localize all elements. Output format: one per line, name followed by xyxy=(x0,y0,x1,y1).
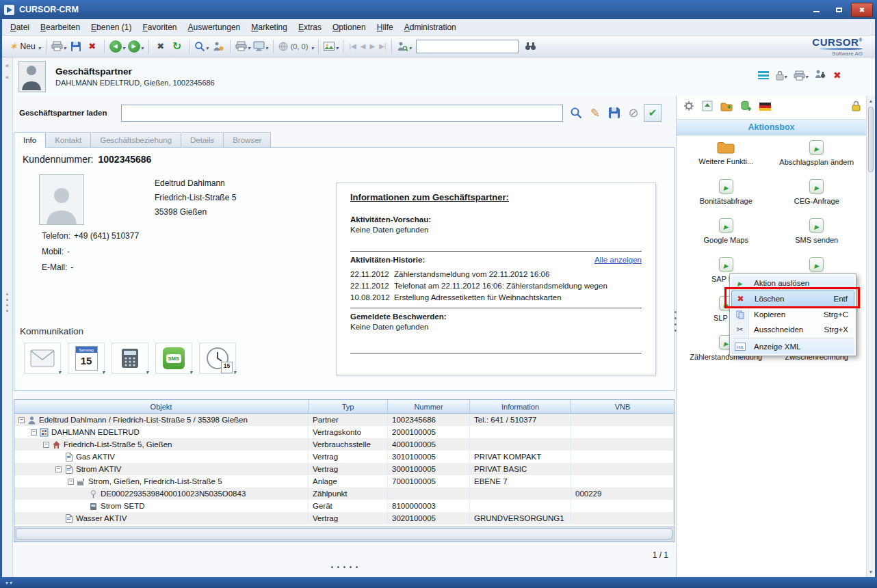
minimize-button[interactable] xyxy=(806,3,826,16)
menu-bearbeiten[interactable]: Bearbeiten xyxy=(40,23,80,32)
maximize-button[interactable] xyxy=(828,3,849,16)
horizontal-splitter-handle[interactable] xyxy=(13,566,676,568)
resize-grip-icon[interactable] xyxy=(5,580,14,586)
tree-expander[interactable] xyxy=(55,466,62,472)
person-settings-button[interactable] xyxy=(210,38,226,55)
lock-button[interactable] xyxy=(776,69,787,81)
menu-extras[interactable]: Extras xyxy=(298,23,322,32)
list-view-icon[interactable] xyxy=(758,71,769,79)
history-entry[interactable]: 22.11.2012Telefonat am 22.11.2012 16:06:… xyxy=(350,280,642,292)
menu-item-aktion-ausloesen[interactable]: Aktion auslösen xyxy=(731,276,854,291)
cancel-button[interactable] xyxy=(625,104,642,122)
column-objekt[interactable]: Objekt xyxy=(14,400,309,413)
menu-item-ausschneiden[interactable]: Ausschneiden Strg+X xyxy=(731,322,854,337)
loader-search-button[interactable] xyxy=(567,104,585,122)
menu-item-loeschen[interactable]: Löschen Entf xyxy=(731,291,854,307)
history-entry[interactable]: 10.08.2012Erstellung Adressetiketten für… xyxy=(350,292,642,304)
tree-expander[interactable] xyxy=(18,417,25,423)
collapse-left-icon-2[interactable] xyxy=(2,74,12,81)
tab-browser[interactable]: Browser xyxy=(224,132,271,148)
scroll-up-icon[interactable] xyxy=(867,96,875,105)
scrollbar-thumb[interactable] xyxy=(868,107,874,172)
tree-expander[interactable] xyxy=(31,429,37,436)
loader-input[interactable] xyxy=(121,105,563,122)
table-row[interactable]: Strom SETD Gerät8100000003 xyxy=(14,500,674,512)
tree-expander[interactable] xyxy=(43,442,49,448)
header-search-button[interactable] xyxy=(815,69,826,81)
settings-button[interactable] xyxy=(683,101,694,114)
tree-expander[interactable] xyxy=(68,479,74,485)
action-sms-senden[interactable]: SMS senden xyxy=(772,217,863,256)
action-ceg-anfrage[interactable]: CEG-Anfrage xyxy=(772,178,863,217)
discard-button[interactable] xyxy=(84,38,101,55)
back-button[interactable] xyxy=(108,38,127,55)
screen-view-button[interactable] xyxy=(252,38,270,55)
table-row[interactable]: DE00022935398400010023N5035O0843 Zählpun… xyxy=(14,487,674,500)
scroll-down-icon[interactable] xyxy=(867,567,875,576)
header-close-record-button[interactable] xyxy=(833,69,841,81)
print-button[interactable] xyxy=(50,38,68,55)
action-weitere-funktionen[interactable]: Weitere Funkti... xyxy=(681,139,772,178)
column-nummer[interactable]: Nummer xyxy=(388,400,470,413)
tab-kontakt[interactable]: Kontakt xyxy=(46,132,91,148)
show-all-link[interactable]: Alle anzeigen xyxy=(594,256,642,264)
sidebar-lock-button[interactable] xyxy=(852,101,861,114)
menu-hilfe[interactable]: Hilfe xyxy=(377,23,393,32)
menu-administration[interactable]: Administration xyxy=(404,23,456,32)
history-entry[interactable]: 22.11.2012Zählerstandsmeldung vom 22.11.… xyxy=(350,269,642,280)
sidebar-scrollbar[interactable] xyxy=(866,96,875,577)
loader-save-button[interactable] xyxy=(605,104,623,122)
menu-datei[interactable]: Datei xyxy=(10,23,29,32)
tab-details[interactable]: Details xyxy=(181,132,224,148)
print-list-button[interactable] xyxy=(234,38,252,55)
refresh-button[interactable] xyxy=(169,38,185,55)
menu-item-kopieren[interactable]: Kopieren Strg+C xyxy=(731,307,854,322)
quick-search-input[interactable] xyxy=(416,40,519,53)
action-abschlagsplan-aendern[interactable]: Abschlagsplan ändern xyxy=(772,139,863,178)
tab-geschaeftsbeziehung[interactable]: Geschäftsbeziehung xyxy=(91,132,181,148)
new-button[interactable]: Neu xyxy=(8,38,42,55)
scheduler-button[interactable]: 15 xyxy=(199,343,236,374)
delete-button[interactable] xyxy=(153,38,169,55)
confirm-button[interactable] xyxy=(644,104,662,122)
add-folder-button[interactable] xyxy=(720,101,733,114)
table-row[interactable]: Edeltrud Dahlmann / Friedrich-List-Straß… xyxy=(14,414,674,426)
table-row[interactable]: Strom, Gießen, Friedrich-List-Straße 5 A… xyxy=(14,475,674,487)
german-flag-button[interactable] xyxy=(759,101,771,113)
collapse-left-icon[interactable] xyxy=(2,62,12,69)
vertical-splitter-handle[interactable] xyxy=(675,311,677,332)
menu-auswertungen[interactable]: Auswertungen xyxy=(188,23,241,32)
sms-button[interactable]: SMS xyxy=(155,343,192,374)
table-row[interactable]: Strom AKTIV Vertrag3000100005PRIVAT BASI… xyxy=(14,463,674,475)
column-information[interactable]: Information xyxy=(470,400,571,413)
find-button[interactable] xyxy=(522,38,538,55)
scrollbar-thumb[interactable] xyxy=(16,529,672,539)
nav-last-button[interactable] xyxy=(379,42,386,50)
save-button[interactable] xyxy=(68,38,84,55)
appointment-button[interactable]: Samstag 15 xyxy=(68,343,105,374)
action-bonitaetsabfrage[interactable]: Bonitätsabfrage xyxy=(681,178,772,217)
menu-item-anzeige-xml[interactable]: XML Anzeige XML xyxy=(731,339,854,354)
menu-marketing[interactable]: Marketing xyxy=(251,23,287,32)
selection-counter-button[interactable]: (0, 0) xyxy=(277,38,315,55)
nav-first-button[interactable] xyxy=(349,42,356,50)
email-button[interactable] xyxy=(24,343,61,374)
table-row[interactable]: Friedrich-List-Straße 5, Gießen Verbrauc… xyxy=(14,438,674,451)
image-button[interactable] xyxy=(322,38,339,55)
menu-ebenen[interactable]: Ebenen (1) xyxy=(91,23,131,32)
search-settings-button[interactable] xyxy=(193,38,210,55)
table-row[interactable]: Gas AKTIV Vertrag3010100005PRIVAT KOMPAK… xyxy=(14,451,674,463)
close-button[interactable] xyxy=(851,3,873,17)
nav-next-button[interactable] xyxy=(369,42,375,50)
phone-button[interactable] xyxy=(112,343,148,374)
horizontal-scrollbar[interactable] xyxy=(14,526,674,542)
menu-optionen[interactable]: Optionen xyxy=(332,23,366,32)
column-vnb[interactable]: VNB xyxy=(571,400,674,413)
header-print-button[interactable] xyxy=(794,69,808,81)
table-row[interactable]: Wasser AKTIV Vertrag3020100005GRUNDVERSO… xyxy=(14,512,674,524)
add-record-button[interactable] xyxy=(740,101,752,114)
table-row[interactable]: DAHLMANN EDELTRUD Vertragskonto200010000… xyxy=(14,426,674,438)
menu-favoriten[interactable]: Favoriten xyxy=(142,23,176,32)
person-search-button[interactable] xyxy=(395,38,413,55)
left-splitter-handle[interactable] xyxy=(6,293,8,312)
